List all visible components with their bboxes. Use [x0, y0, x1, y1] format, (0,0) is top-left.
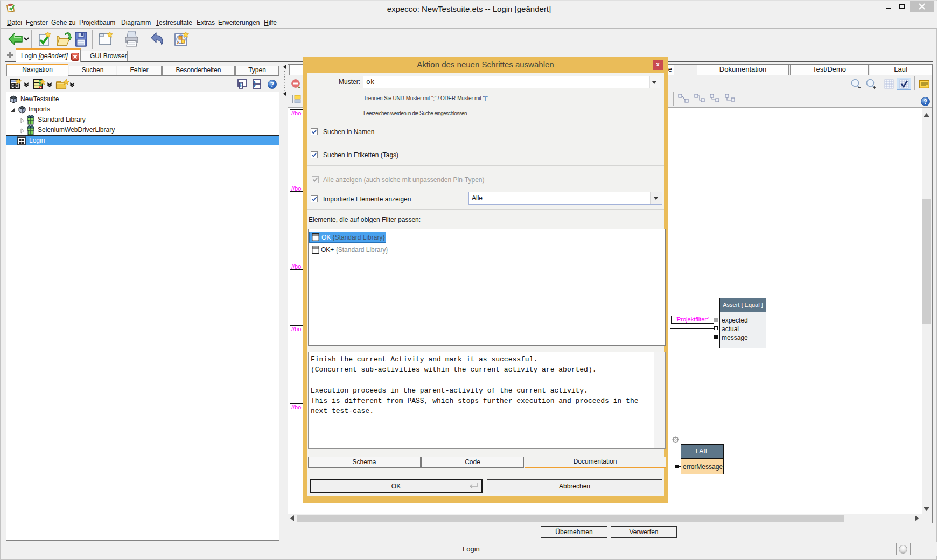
- svg-text:?: ?: [924, 98, 927, 106]
- svg-text:?: ?: [270, 81, 274, 88]
- svg-text:±: ±: [298, 83, 300, 89]
